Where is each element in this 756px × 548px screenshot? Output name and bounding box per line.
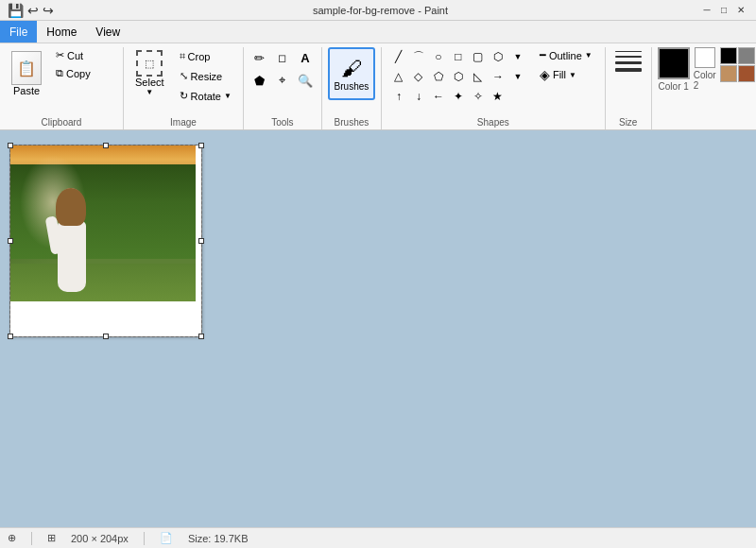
oval-shape[interactable]: ○: [429, 47, 448, 66]
select-icon: ⬚: [136, 50, 163, 77]
poly-shape[interactable]: ⬡: [489, 47, 507, 66]
size-content: [611, 47, 645, 117]
handle-bottom[interactable]: [103, 334, 109, 339]
new-canvas-icon[interactable]: ⊕: [8, 532, 16, 544]
diamond-shape[interactable]: ◇: [409, 67, 428, 86]
handle-top[interactable]: [103, 143, 109, 148]
palette-black[interactable]: [720, 47, 737, 64]
fill-color-button[interactable]: ⬟: [249, 70, 270, 91]
paint-canvas: [9, 145, 202, 337]
handle-left[interactable]: [8, 238, 13, 244]
minimize-button[interactable]: ─: [699, 4, 714, 17]
resize-button[interactable]: ⤡ Resize: [174, 67, 237, 85]
star5-shape[interactable]: ★: [489, 87, 507, 106]
redo-icon[interactable]: ↪: [43, 3, 54, 18]
hair: [56, 188, 86, 226]
view-menu[interactable]: View: [86, 21, 129, 43]
handle-bottom-left[interactable]: [8, 334, 13, 339]
handle-top-left[interactable]: [8, 143, 13, 148]
pentagon-shape[interactable]: ⬠: [429, 67, 448, 86]
resize-icon: ⤡: [180, 70, 188, 82]
image-label: Image: [170, 117, 197, 129]
rect-shape[interactable]: □: [449, 47, 468, 66]
handle-middle-right[interactable]: [198, 238, 204, 244]
palette-brown[interactable]: [738, 65, 755, 82]
copy-button[interactable]: ⧉ Copy: [51, 65, 117, 81]
right-triangle-shape[interactable]: ◺: [469, 67, 488, 86]
home-menu[interactable]: Home: [37, 21, 86, 43]
tools-section: ✏ ◻ A ⬟ ⌖ 🔍 Tools: [244, 47, 322, 129]
cut-copy-group: ✂ Cut ⧉ Copy: [51, 47, 117, 81]
select-dropdown-icon: ▼: [146, 88, 153, 96]
fill-icon: ◈: [540, 67, 550, 82]
size-button[interactable]: [611, 47, 645, 76]
title-bar: 💾 ↩ ↪ sample-for-bg-remove - Paint ─ □ ✕: [0, 0, 756, 21]
star4-shape[interactable]: ✧: [469, 87, 488, 106]
palette-tan[interactable]: [720, 65, 737, 82]
resize-label: Resize: [191, 71, 223, 82]
cut-label: Cut: [67, 50, 83, 61]
undo-icon[interactable]: ↩: [27, 3, 39, 18]
file-size: Size: 19.7KB: [188, 533, 249, 544]
select-button[interactable]: ⬚ Select ▼: [129, 47, 170, 99]
rotate-button[interactable]: ↻ Rotate ▼: [174, 87, 237, 105]
handle-bottom-right[interactable]: [198, 334, 204, 339]
shapes-row-1: ╱ ⌒ ○ □ ▢ ⬡ ▼: [389, 47, 527, 66]
shapes-row-2: △ ◇ ⬠ ⬡ ◺ → ▼: [389, 67, 527, 86]
text-button[interactable]: A: [295, 47, 316, 68]
down-arrow-shape[interactable]: ↓: [409, 87, 428, 106]
left-arrow-shape[interactable]: ←: [429, 87, 448, 106]
more-shapes-2[interactable]: ▼: [508, 67, 527, 86]
size-line-3: [615, 61, 642, 64]
up-arrow-shape[interactable]: ↑: [389, 87, 408, 106]
palette-gray[interactable]: [738, 47, 755, 64]
ribbon: 📋 Paste ✂ Cut ⧉ Copy Clipboard ⬚ Select: [0, 43, 756, 130]
separator-2: [144, 532, 145, 545]
pencil-button[interactable]: ✏: [249, 47, 270, 68]
color1-swatch[interactable]: [658, 47, 690, 79]
curve-shape[interactable]: ⌒: [409, 47, 428, 66]
cut-button[interactable]: ✂ Cut: [51, 47, 117, 63]
outline-button[interactable]: ━ Outline ▼: [535, 47, 597, 63]
brushes-button[interactable]: 🖌 Brushes: [328, 47, 375, 100]
maximize-button[interactable]: □: [716, 4, 731, 17]
window-controls: ─ □ ✕: [699, 4, 748, 17]
shapes-group: ╱ ⌒ ○ □ ▢ ⬡ ▼ △ ◇ ⬠ ⬡ ◺ → ▼: [389, 47, 527, 106]
image-section: ⬚ Select ▼ ⌗ Crop ⤡ Resize ↻ Rotate ▼: [124, 47, 244, 129]
save-icon[interactable]: 💾: [8, 3, 24, 18]
crop-label: Crop: [188, 51, 211, 62]
arrow-shape[interactable]: →: [489, 67, 507, 86]
outline-dropdown-icon: ▼: [585, 51, 593, 60]
hexagon-shape[interactable]: ⬡: [449, 67, 468, 86]
close-button[interactable]: ✕: [733, 4, 748, 17]
triangle-shape[interactable]: △: [389, 67, 408, 86]
white-area: [10, 301, 201, 336]
colors-content: Color 1 Color 2: [658, 47, 756, 117]
fill-button[interactable]: ◈ Fill ▼: [535, 65, 597, 84]
color-picker-button[interactable]: ⌖: [272, 70, 293, 91]
color2-swatch[interactable]: [695, 47, 715, 68]
rounded-rect-shape[interactable]: ▢: [469, 47, 488, 66]
handle-top-right[interactable]: [198, 143, 204, 148]
image-ops-group: ⌗ Crop ⤡ Resize ↻ Rotate ▼: [174, 47, 237, 105]
more-shapes[interactable]: ▼: [508, 47, 527, 66]
color2-label: Color 2: [694, 70, 716, 91]
image-content: ⬚ Select ▼ ⌗ Crop ⤡ Resize ↻ Rotate ▼: [129, 47, 237, 117]
quad-arrow-shape[interactable]: ✦: [449, 87, 468, 106]
canvas-area[interactable]: [0, 130, 756, 527]
title-icons: 💾 ↩ ↪: [8, 3, 54, 18]
tools-content: ✏ ◻ A ⬟ ⌖ 🔍: [249, 47, 316, 117]
paste-button[interactable]: 📋 Paste: [6, 47, 47, 100]
color1-block: Color 1: [658, 47, 690, 92]
magnifier-button[interactable]: 🔍: [295, 70, 316, 91]
line-shape[interactable]: ╱: [389, 47, 408, 66]
crop-button[interactable]: ⌗ Crop: [174, 47, 237, 65]
select-label: Select: [135, 77, 164, 88]
eraser-button[interactable]: ◻: [272, 47, 293, 68]
file-menu[interactable]: File: [0, 21, 37, 43]
tool-row-2: ⬟ ⌖ 🔍: [249, 70, 316, 91]
tools-label: Tools: [271, 117, 293, 129]
brushes-content: 🖌 Brushes: [328, 47, 375, 117]
shapes-content: ╱ ⌒ ○ □ ▢ ⬡ ▼ △ ◇ ⬠ ⬡ ◺ → ▼: [389, 47, 597, 117]
outline-icon: ━: [540, 49, 546, 61]
